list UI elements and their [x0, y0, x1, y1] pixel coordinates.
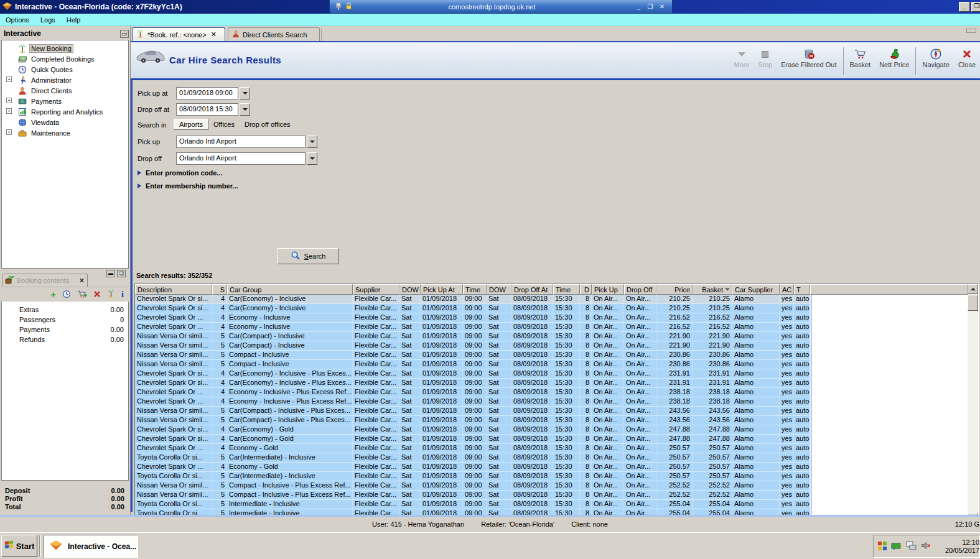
- result-row[interactable]: Nissan Versa Or simil...5Car(Compact) - …: [135, 407, 968, 416]
- result-row[interactable]: Nissan Versa Or simil...5Car(Compact) - …: [135, 416, 968, 425]
- expand-plus-icon[interactable]: +: [6, 98, 12, 103]
- delete-x-icon[interactable]: [93, 290, 101, 299]
- result-row[interactable]: Chevrolet Spark Or ...4Economy - GoldFle…: [135, 463, 968, 472]
- tray-clock[interactable]: 12:10 20/05/2017: [938, 538, 979, 555]
- quote-clock-icon[interactable]: [62, 290, 71, 300]
- membership-number-expander[interactable]: Enter membership number...: [138, 182, 238, 190]
- sidebar-item-viewdata[interactable]: Viewdata: [2, 117, 128, 127]
- menu-help[interactable]: Help: [61, 15, 86, 25]
- pick-up-combo[interactable]: Orlando Intl Airport: [176, 136, 306, 148]
- navigate-button[interactable]: Navigate: [918, 45, 953, 68]
- stop-button[interactable]: Stop: [754, 45, 777, 68]
- result-row[interactable]: Chevrolet Spark Or ...4Economy - GoldFle…: [135, 444, 968, 453]
- result-row[interactable]: Toyota Corolla Or si...5Car(Intermediate…: [135, 453, 968, 463]
- window-minimize-button[interactable]: _: [959, 2, 970, 12]
- result-row[interactable]: Chevrolet Spark Or si...4Car(Economy) - …: [135, 435, 968, 444]
- network-computer-icon[interactable]: [906, 541, 917, 552]
- column-header-car-supplier[interactable]: Car Supplier: [732, 284, 780, 295]
- erase-filtered-out-button[interactable]: Erase Filtered Out: [777, 45, 841, 68]
- sidebar-item-new-booking[interactable]: New Booking: [2, 43, 128, 53]
- result-row[interactable]: Nissan Versa Or simil...5Car(Compact) - …: [135, 332, 968, 341]
- rdp-minimize-button[interactable]: _: [633, 2, 643, 11]
- tab-direct-clients-search[interactable]: Direct Clients Search: [228, 27, 320, 41]
- pin-icon[interactable]: [335, 2, 342, 12]
- sidebar-item-completed-bookings[interactable]: Completed Bookings: [2, 53, 128, 64]
- rdp-restore-button[interactable]: ❐: [645, 2, 655, 11]
- column-header-dow[interactable]: DOW: [399, 284, 421, 295]
- promotion-code-expander[interactable]: Enter promotion code...: [138, 169, 222, 177]
- info-icon[interactable]: i: [121, 290, 124, 300]
- window-restore-button[interactable]: ❐: [971, 2, 980, 12]
- palm-small-icon[interactable]: [107, 290, 115, 299]
- list-item[interactable]: Extras 0.00: [2, 305, 128, 315]
- more-button[interactable]: More: [730, 45, 754, 68]
- result-row[interactable]: Chevrolet Spark Or ...4Economy - Inclusi…: [135, 323, 968, 332]
- search-in-offices[interactable]: Offices: [208, 119, 240, 129]
- result-row[interactable]: Nissan Versa Or simil...5Compact - Inclu…: [135, 360, 968, 369]
- scrollbar-thumb[interactable]: [968, 295, 978, 311]
- pick-up-at-dropdown-button[interactable]: [240, 87, 250, 99]
- column-header-dow[interactable]: DOW: [487, 284, 511, 295]
- result-row[interactable]: Chevrolet Spark Or si...4Car(Economy) - …: [135, 304, 968, 313]
- vertical-scrollbar[interactable]: [968, 284, 978, 523]
- sidebar-item-direct-clients[interactable]: Direct Clients: [2, 85, 128, 96]
- list-item[interactable]: Passengers 0: [2, 315, 128, 325]
- rdp-close-button[interactable]: ✕: [657, 2, 667, 11]
- column-header-t[interactable]: T: [794, 284, 810, 295]
- result-row[interactable]: Chevrolet Spark Or si...4Car(Economy) - …: [135, 425, 968, 435]
- sidebar-item-maintenance[interactable]: + Maintenance: [2, 127, 128, 138]
- start-button[interactable]: Start: [1, 535, 37, 557]
- sidebar-item-reporting[interactable]: + Reporting and Analytics: [2, 106, 128, 117]
- tab-close-icon[interactable]: ✕: [211, 30, 217, 39]
- column-header-drop-off-at[interactable]: Drop Off At: [511, 284, 553, 295]
- search-button[interactable]: Search: [278, 248, 338, 264]
- column-header-ac[interactable]: AC: [780, 284, 794, 295]
- column-header-pick-up[interactable]: Pick Up: [592, 284, 624, 295]
- tray-app-icon[interactable]: [877, 541, 887, 552]
- result-row[interactable]: Chevrolet Spark Or ...4Economy - Inclusi…: [135, 397, 968, 407]
- column-header-car-group[interactable]: Car Group: [227, 284, 353, 295]
- drop-off-at-dropdown-button[interactable]: [240, 103, 250, 116]
- column-header-drop-off[interactable]: Drop Off: [624, 284, 656, 295]
- column-header-pick-up-at[interactable]: Pick Up At: [421, 284, 463, 295]
- result-row[interactable]: Chevrolet Spark Or si...4Car(Economy) - …: [135, 369, 968, 379]
- column-header-basket[interactable]: Basket: [693, 284, 732, 295]
- result-row[interactable]: Toyota Corolla Or si...5Intermediate - I…: [135, 500, 968, 509]
- column-header-time[interactable]: Time: [553, 284, 580, 295]
- nett-price-button[interactable]: Nett Price: [875, 45, 913, 68]
- expand-plus-icon[interactable]: +: [6, 76, 12, 82]
- result-row[interactable]: Chevrolet Spark Or ...4Economy - Inclusi…: [135, 313, 968, 323]
- drop-off-dropdown-button[interactable]: [307, 152, 317, 165]
- cart-arrow-icon[interactable]: [77, 290, 87, 300]
- result-row[interactable]: Chevrolet Spark Or ...4Economy - Inclusi…: [135, 388, 968, 397]
- expand-plus-icon[interactable]: +: [6, 129, 12, 135]
- pick-up-dropdown-button[interactable]: [307, 136, 317, 148]
- menu-options[interactable]: Options: [0, 15, 35, 25]
- add-icon[interactable]: +: [50, 291, 56, 298]
- booking-contents-close-icon[interactable]: ✕: [79, 277, 85, 285]
- drop-off-at-input[interactable]: 08/09/2018 15:30: [176, 103, 238, 116]
- sidebar-item-quick-quotes[interactable]: Quick Quotes: [2, 64, 128, 75]
- booking-contents-tab[interactable]: Booking contents ✕: [2, 274, 88, 287]
- result-row[interactable]: Nissan Versa Or simil...5Car(Compact) - …: [135, 341, 968, 351]
- column-header-d[interactable]: D: [580, 284, 592, 295]
- column-header-time[interactable]: Time: [463, 284, 487, 295]
- pick-up-at-input[interactable]: 01/09/2018 09:00: [176, 87, 238, 99]
- booking-contents-minimize-button[interactable]: ▬: [106, 270, 115, 277]
- column-header-supplier[interactable]: Supplier: [353, 284, 399, 295]
- list-item[interactable]: Payments 0.00: [2, 325, 128, 335]
- network-card-icon[interactable]: [891, 542, 902, 552]
- expand-plus-icon[interactable]: +: [6, 108, 12, 114]
- volume-muted-icon[interactable]: [921, 541, 931, 552]
- taskbar-app-button[interactable]: Interactive - Ocea...: [44, 535, 138, 558]
- column-header-s[interactable]: S: [212, 284, 227, 295]
- result-row[interactable]: Nissan Versa Or simil...5Compact - Inclu…: [135, 491, 968, 500]
- sidebar-item-administrator[interactable]: + Administrator: [2, 75, 128, 85]
- strip-collapse-button[interactable]: [966, 29, 976, 33]
- result-row[interactable]: Chevrolet Spark Or si...4Car(Economy) - …: [135, 379, 968, 388]
- result-row[interactable]: Nissan Versa Or simil...5Compact - Inclu…: [135, 481, 968, 491]
- search-in-drop-off-offices[interactable]: Drop off offices: [240, 119, 296, 129]
- column-header-price[interactable]: Price: [656, 284, 693, 295]
- result-row[interactable]: Nissan Versa Or simil...5Compact - Inclu…: [135, 351, 968, 360]
- search-in-airports[interactable]: Airports: [174, 119, 208, 130]
